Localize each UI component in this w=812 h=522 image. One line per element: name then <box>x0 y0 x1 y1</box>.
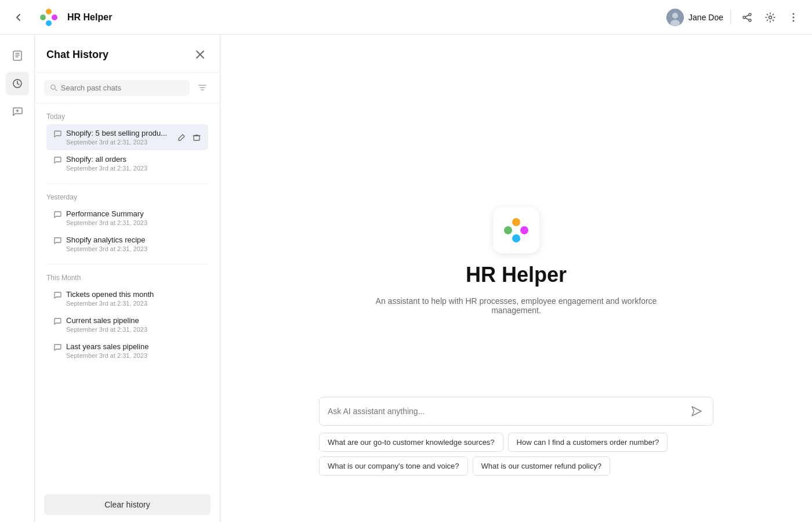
section-divider <box>46 183 208 184</box>
chat-history-panel: Chat History TodayShopify: 5 b <box>35 35 220 522</box>
svg-rect-17 <box>194 136 200 140</box>
hero-title: HR Helper <box>466 263 567 287</box>
history-item-content: Shopify: all ordersSeptember 3rd at 2:31… <box>66 155 201 172</box>
suggestion-chip[interactable]: What is our company's tone and voice? <box>319 456 468 476</box>
svg-rect-14 <box>13 51 21 60</box>
sidebar-history-button[interactable] <box>6 72 29 95</box>
suggestion-chip[interactable]: How can I find a customers order number? <box>508 433 668 452</box>
history-item-title: Tickets opened this month <box>66 290 201 299</box>
clear-history-button[interactable]: Clear history <box>44 494 211 515</box>
section-label-0: Today <box>46 113 208 121</box>
svg-point-11 <box>793 13 795 14</box>
svg-point-7 <box>749 13 751 16</box>
hero-logo-box <box>493 207 539 253</box>
history-item[interactable]: Shopify: 5 best selling produ...Septembe… <box>46 124 208 150</box>
history-item-date: September 3rd at 2:31, 2023 <box>66 300 201 307</box>
main-layout: Chat History TodayShopify: 5 b <box>0 35 812 522</box>
app-logo: HR Helper <box>35 3 112 31</box>
history-item[interactable]: Tickets opened this monthSeptember 3rd a… <box>46 285 208 311</box>
section-label-1: Yesterday <box>46 193 208 201</box>
svg-point-18 <box>512 218 520 226</box>
history-item-content: Last years sales pipelineSeptember 3rd a… <box>66 342 201 359</box>
suggestion-chip[interactable]: What are our go-to customer knowledge so… <box>319 433 503 452</box>
svg-point-5 <box>672 13 678 19</box>
chat-icon <box>53 317 61 328</box>
app-title: HR Helper <box>67 12 112 23</box>
history-item-title: Shopify analytics recipe <box>66 235 201 244</box>
history-item-title: Shopify: all orders <box>66 155 201 164</box>
topbar-right: Jane Doe <box>666 8 803 27</box>
history-item-title: Performance Summary <box>66 209 201 218</box>
chat-icon <box>53 130 61 140</box>
topbar-left: HR Helper <box>9 3 112 31</box>
hero-description: An assistant to help with HR processes, … <box>371 296 661 315</box>
history-section-0: TodayShopify: 5 best selling produ...Sep… <box>35 108 220 179</box>
chat-input-box <box>319 397 713 426</box>
close-panel-button[interactable] <box>192 46 208 63</box>
username: Jane Doe <box>688 13 723 22</box>
svg-point-13 <box>793 20 795 21</box>
section-label-2: This Month <box>46 274 208 282</box>
history-item-title: Last years sales pipeline <box>66 342 201 351</box>
search-input[interactable] <box>61 84 184 92</box>
main-content: HR Helper An assistant to help with HR p… <box>220 35 812 522</box>
history-section-2: This MonthTickets opened this monthSepte… <box>35 269 220 366</box>
send-button[interactable] <box>688 403 705 419</box>
chat-icon <box>53 291 61 302</box>
svg-point-21 <box>504 226 512 234</box>
chat-icon <box>53 343 61 354</box>
topbar: HR Helper Jane Doe <box>0 0 812 35</box>
svg-point-20 <box>512 234 520 242</box>
history-item[interactable]: Shopify analytics recipeSeptember 3rd at… <box>46 231 208 257</box>
suggestion-chip[interactable]: What is our customer refund policy? <box>473 456 610 476</box>
history-item-date: September 3rd at 2:31, 2023 <box>66 165 201 172</box>
hero-section: HR Helper An assistant to help with HR p… <box>371 207 661 315</box>
history-item-date: September 3rd at 2:31, 2023 <box>66 352 201 359</box>
svg-point-1 <box>52 14 57 20</box>
history-item-content: Current sales pipelineSeptember 3rd at 2… <box>66 316 201 333</box>
history-item-date: September 3rd at 2:31, 2023 <box>66 219 201 226</box>
svg-point-9 <box>749 19 751 21</box>
panel-title: Chat History <box>46 49 108 61</box>
hero-logo-icon <box>501 215 531 245</box>
chat-icon <box>53 156 61 166</box>
svg-point-8 <box>743 16 745 19</box>
back-button[interactable] <box>9 8 28 27</box>
avatar-image <box>666 9 684 26</box>
history-item-date: September 3rd at 2:31, 2023 <box>66 326 201 333</box>
history-item-content: Shopify analytics recipeSeptember 3rd at… <box>66 235 201 252</box>
svg-point-19 <box>520 226 528 234</box>
chat-icon <box>53 237 61 247</box>
filter-button[interactable] <box>194 79 211 96</box>
panel-header: Chat History <box>35 35 220 72</box>
svg-point-2 <box>46 20 52 26</box>
share-button[interactable] <box>738 8 756 27</box>
section-divider <box>46 264 208 264</box>
delete-chat-button[interactable] <box>190 130 204 144</box>
more-button[interactable] <box>784 8 803 27</box>
app-logo-icon <box>35 3 63 31</box>
svg-point-0 <box>46 9 52 14</box>
history-item[interactable]: Performance SummarySeptember 3rd at 2:31… <box>46 205 208 231</box>
history-item[interactable]: Current sales pipelineSeptember 3rd at 2… <box>46 311 208 338</box>
history-item-date: September 3rd at 2:31, 2023 <box>66 245 201 252</box>
settings-button[interactable] <box>761 8 780 27</box>
search-wrapper <box>44 80 190 96</box>
avatar <box>666 9 684 26</box>
history-item-actions <box>175 130 204 144</box>
history-item-content: Tickets opened this monthSeptember 3rd a… <box>66 290 201 307</box>
edit-chat-button[interactable] <box>175 130 188 144</box>
history-list: TodayShopify: 5 best selling produ...Sep… <box>35 103 220 487</box>
sidebar-book-button[interactable] <box>6 44 29 67</box>
chat-icon <box>53 211 61 221</box>
sidebar-new-chat-button[interactable] <box>6 100 29 123</box>
history-item[interactable]: Shopify: all ordersSeptember 3rd at 2:31… <box>46 150 208 176</box>
svg-point-10 <box>769 16 772 19</box>
chat-input[interactable] <box>328 407 688 416</box>
svg-point-16 <box>51 85 55 89</box>
svg-point-12 <box>793 16 795 18</box>
history-item[interactable]: Last years sales pipelineSeptember 3rd a… <box>46 338 208 364</box>
divider <box>730 10 731 24</box>
suggestion-chips: What are our go-to customer knowledge so… <box>319 433 713 476</box>
user-menu[interactable]: Jane Doe <box>666 9 723 26</box>
